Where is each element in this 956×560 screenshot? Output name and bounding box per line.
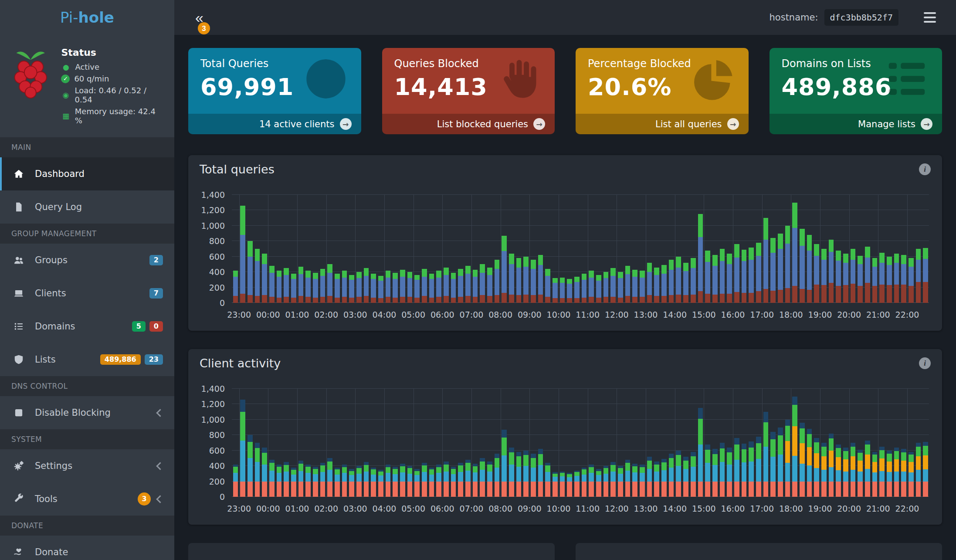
- bar[interactable]: [661, 195, 668, 303]
- bar[interactable]: [915, 195, 922, 303]
- bar[interactable]: [254, 389, 261, 497]
- bar[interactable]: [719, 195, 726, 303]
- bar[interactable]: [893, 195, 900, 303]
- bar[interactable]: [631, 389, 639, 497]
- bar[interactable]: [857, 389, 864, 497]
- bar[interactable]: [522, 195, 530, 303]
- bar[interactable]: [711, 389, 719, 497]
- bar[interactable]: [719, 389, 726, 497]
- bar[interactable]: [435, 195, 443, 303]
- bar[interactable]: [885, 389, 893, 497]
- bar[interactable]: [370, 389, 377, 497]
- bar[interactable]: [610, 195, 617, 303]
- bar[interactable]: [471, 389, 479, 497]
- bar[interactable]: [704, 195, 712, 303]
- bar[interactable]: [283, 389, 290, 497]
- bar[interactable]: [580, 389, 588, 497]
- bar[interactable]: [508, 389, 515, 497]
- bar[interactable]: [639, 195, 646, 303]
- bar[interactable]: [740, 195, 748, 303]
- bar[interactable]: [776, 195, 784, 303]
- bar[interactable]: [355, 195, 363, 303]
- bar[interactable]: [864, 389, 871, 497]
- bar[interactable]: [755, 195, 762, 303]
- bar[interactable]: [610, 389, 617, 497]
- bar[interactable]: [798, 195, 806, 303]
- bar[interactable]: [624, 195, 631, 303]
- sidebar-item-dashboard[interactable]: Dashboard: [0, 157, 174, 190]
- bar[interactable]: [305, 195, 312, 303]
- bar[interactable]: [791, 389, 799, 497]
- info-icon[interactable]: i: [919, 357, 931, 369]
- bar[interactable]: [283, 195, 290, 303]
- bar[interactable]: [333, 195, 341, 303]
- bar[interactable]: [573, 195, 581, 303]
- bar[interactable]: [420, 195, 428, 303]
- bar[interactable]: [675, 195, 682, 303]
- bar[interactable]: [646, 195, 653, 303]
- bar[interactable]: [602, 195, 610, 303]
- bar[interactable]: [406, 195, 414, 303]
- bar[interactable]: [406, 389, 414, 497]
- bar[interactable]: [239, 195, 247, 303]
- bar[interactable]: [501, 195, 508, 303]
- pihole-logo[interactable]: Pi-hole: [0, 0, 174, 35]
- bar[interactable]: [842, 195, 849, 303]
- sidebar-item-disable-blocking[interactable]: Disable Blocking: [0, 396, 174, 429]
- bar[interactable]: [377, 389, 384, 497]
- bar[interactable]: [275, 195, 283, 303]
- menu-icon[interactable]: [921, 10, 939, 25]
- bar[interactable]: [414, 389, 421, 497]
- sidebar-item-domains[interactable]: Domains50: [0, 310, 174, 343]
- bar[interactable]: [675, 389, 682, 497]
- bar[interactable]: [595, 195, 603, 303]
- bar[interactable]: [566, 195, 573, 303]
- bar[interactable]: [297, 389, 305, 497]
- bar[interactable]: [290, 195, 297, 303]
- bar[interactable]: [776, 389, 784, 497]
- bar[interactable]: [384, 389, 392, 497]
- bar[interactable]: [813, 389, 820, 497]
- bar[interactable]: [232, 389, 239, 497]
- bar[interactable]: [522, 389, 530, 497]
- bar[interactable]: [740, 389, 748, 497]
- bar[interactable]: [377, 195, 384, 303]
- bar[interactable]: [559, 389, 566, 497]
- sidebar-item-lists[interactable]: Lists489,88623: [0, 343, 174, 376]
- info-icon[interactable]: i: [919, 163, 931, 175]
- bar[interactable]: [363, 389, 370, 497]
- sidebar-item-settings[interactable]: Settings: [0, 449, 174, 482]
- bar[interactable]: [733, 389, 740, 497]
- card-footer-link[interactable]: List blocked queries→: [382, 114, 555, 134]
- bar[interactable]: [312, 195, 319, 303]
- card-footer-link[interactable]: List all queries→: [576, 114, 749, 134]
- bar[interactable]: [428, 195, 435, 303]
- bar[interactable]: [341, 195, 348, 303]
- bar[interactable]: [900, 195, 908, 303]
- bar[interactable]: [537, 389, 544, 497]
- bar[interactable]: [420, 389, 428, 497]
- bar[interactable]: [566, 389, 573, 497]
- bar[interactable]: [261, 195, 268, 303]
- bar[interactable]: [907, 389, 915, 497]
- bar[interactable]: [312, 389, 319, 497]
- bar[interactable]: [820, 389, 827, 497]
- bar[interactable]: [246, 389, 254, 497]
- bar[interactable]: [748, 195, 755, 303]
- bar[interactable]: [341, 389, 348, 497]
- bar[interactable]: [530, 195, 537, 303]
- bar[interactable]: [820, 195, 827, 303]
- bar[interactable]: [893, 389, 900, 497]
- bar[interactable]: [871, 389, 878, 497]
- bar[interactable]: [726, 195, 733, 303]
- bar[interactable]: [399, 389, 406, 497]
- bar[interactable]: [697, 389, 704, 497]
- bar[interactable]: [348, 195, 356, 303]
- bar[interactable]: [501, 389, 508, 497]
- bar[interactable]: [704, 389, 712, 497]
- card-footer-link[interactable]: Manage lists→: [770, 114, 942, 134]
- bar[interactable]: [784, 195, 791, 303]
- bar[interactable]: [588, 389, 595, 497]
- bar[interactable]: [479, 195, 486, 303]
- bar[interactable]: [784, 389, 791, 497]
